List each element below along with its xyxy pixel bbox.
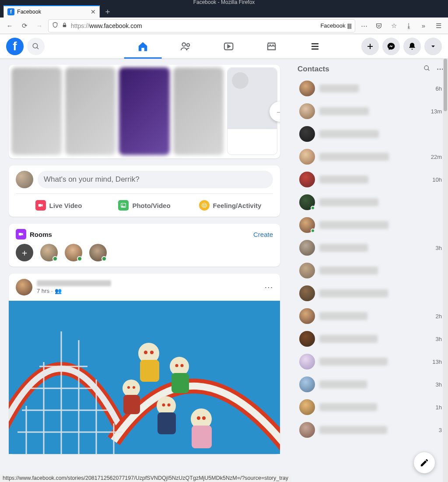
contacts-title: Contacts — [298, 65, 329, 74]
reader-mode-label[interactable]: Facebook |||| — [320, 22, 351, 29]
svg-point-40 — [150, 351, 154, 354]
bell-icon — [408, 42, 416, 51]
contact-row[interactable]: 3h — [298, 236, 444, 259]
avatar — [232, 72, 248, 89]
svg-rect-38 — [192, 426, 212, 448]
contact-name — [319, 267, 378, 274]
facebook-favicon: f — [7, 8, 14, 15]
rooms-add-button[interactable]: ＋ — [16, 244, 33, 261]
url-bar[interactable]: https://www.facebook.com Facebook |||| — [48, 19, 355, 32]
search-icon — [32, 42, 40, 50]
contact-name — [319, 289, 388, 297]
contact-avatar — [299, 308, 315, 324]
svg-point-48 — [202, 416, 206, 420]
composer-live-video[interactable]: Live Video — [16, 197, 102, 213]
nav-more[interactable] — [306, 38, 324, 55]
contact-row[interactable]: 13h — [298, 350, 444, 373]
nav-friends[interactable] — [166, 35, 206, 58]
rooms-avatars: ＋ — [16, 244, 273, 261]
browser-tab-facebook[interactable]: f Facebook ✕ — [4, 5, 100, 18]
contact-row[interactable] — [298, 191, 444, 214]
browser-tab-strip: f Facebook ✕ ＋ — [0, 4, 448, 18]
facebook-logo[interactable]: f — [6, 38, 24, 55]
post-meta[interactable]: 7 hrs · 👥 — [37, 288, 260, 294]
contact-row[interactable]: 3 — [298, 419, 444, 441]
new-tab-button[interactable]: ＋ — [102, 5, 114, 18]
contact-name — [319, 426, 387, 434]
online-indicator — [311, 229, 315, 233]
contact-row[interactable] — [298, 123, 444, 145]
contact-avatar — [299, 103, 315, 119]
composer-photo-video[interactable]: Photo/Video — [102, 197, 187, 213]
room-contact[interactable] — [40, 244, 58, 261]
browser-toolbar: ← ⟳ → https://www.facebook.com Facebook … — [0, 18, 448, 34]
contact-row[interactable] — [298, 259, 444, 282]
story-card[interactable] — [11, 67, 62, 155]
contact-row[interactable]: 6h — [298, 77, 444, 100]
story-card[interactable] — [173, 67, 224, 155]
contact-row[interactable]: 22m — [298, 145, 444, 168]
svg-point-4 — [187, 43, 190, 46]
contact-last-active: 3 — [439, 427, 442, 433]
svg-point-15 — [203, 204, 203, 205]
back-button[interactable]: ← — [4, 20, 16, 32]
contact-name — [319, 107, 369, 115]
post-more-button[interactable]: ⋯ — [264, 282, 273, 292]
bookmark-star-icon[interactable]: ☆ — [388, 20, 400, 32]
account-button[interactable] — [424, 38, 442, 55]
menu-icon[interactable]: ☰ — [432, 20, 444, 32]
story-card[interactable] — [65, 67, 116, 155]
downloads-icon[interactable]: ⭳ — [402, 20, 415, 32]
svg-rect-11 — [38, 204, 41, 207]
contact-last-active: 2h — [436, 313, 442, 320]
room-contact[interactable] — [65, 244, 82, 261]
notifications-button[interactable] — [403, 38, 421, 55]
svg-point-43 — [127, 386, 130, 389]
close-icon[interactable]: ✕ — [91, 8, 96, 15]
overflow-icon[interactable]: » — [417, 20, 430, 32]
contact-row[interactable]: 3h — [298, 373, 444, 396]
facebook-body: → What's on your mind, Derrik? Live Vide… — [0, 59, 448, 482]
contact-row[interactable]: 2h — [298, 305, 444, 327]
nav-watch[interactable] — [209, 35, 248, 58]
contact-avatar — [299, 149, 315, 165]
svg-line-2 — [37, 47, 38, 49]
create-button[interactable] — [361, 38, 379, 55]
contact-row[interactable]: 10h — [298, 168, 444, 191]
contact-row[interactable]: 1h — [298, 396, 444, 419]
post-author-avatar[interactable] — [16, 279, 32, 296]
contact-row[interactable]: 13m — [298, 100, 444, 123]
post-image[interactable] — [9, 301, 280, 454]
messenger-icon — [387, 42, 396, 51]
contact-name — [319, 84, 359, 92]
contact-row[interactable] — [298, 214, 444, 236]
post-author-name[interactable] — [37, 280, 111, 286]
watch-icon — [223, 41, 234, 52]
rooms-create-link[interactable]: Create — [253, 231, 273, 238]
composer-feeling[interactable]: Feeling/Activity — [187, 197, 273, 213]
contact-name — [319, 312, 368, 320]
composer-input[interactable]: What's on your mind, Derrik? — [38, 171, 273, 188]
nav-home[interactable] — [123, 35, 163, 58]
new-message-button[interactable] — [414, 452, 435, 473]
contact-name — [319, 198, 378, 206]
reload-button[interactable]: ⟳ — [18, 20, 31, 32]
composer-photo-label: Photo/Video — [132, 202, 170, 209]
nav-marketplace[interactable] — [252, 35, 291, 58]
messenger-button[interactable] — [382, 38, 400, 55]
svg-point-46 — [168, 404, 171, 407]
pocket-icon[interactable] — [373, 20, 385, 32]
room-contact[interactable] — [89, 244, 107, 261]
story-card[interactable] — [119, 67, 169, 155]
user-avatar[interactable] — [16, 171, 33, 188]
scrollbar[interactable] — [443, 59, 448, 482]
contact-row[interactable] — [298, 282, 444, 305]
contacts-search-button[interactable] — [424, 65, 430, 74]
page-actions-icon[interactable]: ⋯ — [358, 20, 370, 32]
rooms-icon — [16, 229, 26, 239]
search-button[interactable] — [27, 38, 45, 55]
contact-avatar — [299, 172, 315, 187]
contact-row[interactable]: 3h — [298, 327, 444, 350]
svg-point-42 — [181, 364, 184, 367]
forward-button[interactable]: → — [33, 20, 46, 32]
